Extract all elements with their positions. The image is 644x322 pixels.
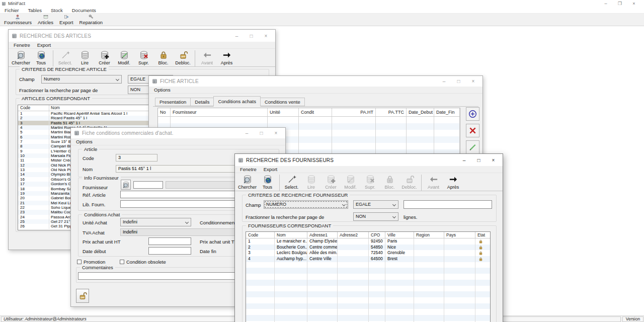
column-header[interactable]: No [158,108,171,116]
minimize-button[interactable]: – [599,1,613,6]
conditions-menubar: Options [71,138,285,145]
close-button[interactable]: × [269,130,283,136]
fiche-article-tabs: PresentationDetailsConditions achatsCond… [155,96,304,107]
supr-button[interactable]: Supr. [134,50,153,66]
reparation-button[interactable]: Reparation [76,14,106,25]
column-header[interactable]: Etat [475,232,491,238]
fournisseur-row[interactable]: 2Boucherie Con...Centre comme...54850Nic… [246,245,490,251]
articles-button[interactable]: Articles [35,14,56,25]
restore-button[interactable]: ❐ [613,1,627,6]
column-header[interactable]: Region [414,232,444,238]
fournisseurs-titlebar[interactable]: RECHERCHE DES FOURNISSEURS – □ × [235,154,503,166]
fournisseur-row[interactable]: 4Auchamp hyp...Centre Ville64500Brest [246,256,490,262]
tab-details[interactable]: Details [190,98,214,106]
add-row-button[interactable] [466,107,479,121]
empty-row [246,286,490,292]
export-button[interactable]: Export [56,14,76,25]
fournisseur-row[interactable]: 3Leclerc BoulgourAllée des mim...72540Gr… [246,250,490,256]
fiche-article-titlebar[interactable]: FICHE ARTICLE – □ × [149,76,482,87]
lire-button[interactable]: Lire [75,50,95,66]
fournisseur-row[interactable]: 1Le maraicher e...Champ Elysée...92450Pa… [246,238,490,245]
column-header[interactable]: Adresse1 [307,232,338,238]
champ-select[interactable]: Numero [41,75,122,84]
modif-button[interactable]: Modif. [114,50,134,66]
empty-row [246,315,490,321]
close-button[interactable]: × [486,157,501,163]
close-button[interactable]: × [466,78,480,84]
select-button[interactable]: Select. [282,174,301,190]
edit-row-button[interactable] [466,140,479,154]
minimize-button[interactable]: – [239,130,254,136]
toolbar-button-label: Select. [285,185,299,190]
minimize-button[interactable]: – [229,33,244,39]
tab-conditions-vente[interactable]: Conditions vente [260,98,305,106]
menu-item-export[interactable]: Export [34,42,54,48]
toolbar-button-label: Modif. [344,185,357,190]
chercher-button[interactable]: Chercher [11,50,31,66]
menu-item-fenetre[interactable]: Fenetre [236,167,260,172]
window-title: RECHERCHE DES FOURNISSEURS [246,157,334,163]
fraction-select[interactable]: NON [353,212,398,221]
maximize-button[interactable]: □ [471,157,486,163]
fournisseurs-button[interactable]: Fournisseurs [1,14,35,25]
tab-conditions-achats[interactable]: Conditions achats [213,96,261,107]
articles-titlebar[interactable]: RECHERCHE DES ARTICLES – □ × [9,30,275,42]
column-header[interactable]: Ville [385,232,414,238]
maximize-button[interactable]: □ [254,130,269,136]
conditions-titlebar[interactable]: Fiche conditions commerciales d'achat. –… [71,128,285,138]
tous-button[interactable]: Tous [258,174,277,190]
prix-ht-field[interactable] [148,237,191,245]
code-field[interactable]: 3 [116,154,157,162]
apres-button[interactable]: Après [443,174,463,190]
column-header[interactable]: Code [246,232,275,238]
menu-item-documents[interactable]: Documents [67,8,101,13]
unlock-button[interactable] [76,289,89,303]
minimize-button[interactable]: – [437,78,451,84]
chercher-button[interactable]: Chercher [237,174,258,190]
promotion-checkbox[interactable]: Promotion [77,259,105,265]
column-header[interactable]: Nom [275,232,307,238]
fournisseur-code-field[interactable] [133,181,163,189]
fournisseur-label: Fournisseur [83,185,108,190]
column-header[interactable]: Unité [268,108,299,116]
menu-item-options[interactable]: Options [150,87,174,93]
close-button[interactable]: × [627,1,641,6]
condition-obsolete-checkbox[interactable]: Condition obsolete [120,259,166,265]
menu-item-export[interactable]: Export [260,167,281,172]
tab-presentation[interactable]: Presentation [155,98,191,106]
menu-item-fenetre[interactable]: Fenetre [10,42,34,48]
creer-button[interactable]: Créer [95,50,114,66]
tous-button[interactable]: Tous [31,50,51,66]
fraction-label: Fractionner la recherche par page de [246,214,324,220]
minimize-button[interactable]: – [457,157,471,163]
delete-row-button[interactable] [466,124,479,137]
column-header[interactable]: Adresse2 [338,232,369,238]
column-header[interactable]: CPO [369,232,385,238]
db-icon [306,175,317,184]
bloc-button[interactable]: Bloc. [153,50,173,66]
champ-select[interactable]: NUMERO [264,200,348,209]
column-header[interactable]: Condit [299,108,332,116]
column-header[interactable]: Fournisseur [171,108,268,116]
debloc-button[interactable]: Debloc. [173,50,193,66]
column-header[interactable]: PA.TTC [376,108,407,116]
column-header[interactable]: Pays [444,232,475,238]
column-header[interactable]: Date_Debut [407,108,434,116]
column-header[interactable]: PA.HT [332,108,376,116]
column-header-code[interactable]: Code [18,105,49,111]
maximize-button[interactable]: □ [451,78,466,84]
fournisseur-search-button[interactable] [121,180,131,190]
date-debut-field[interactable] [148,247,191,255]
menu-item-tables[interactable]: Tables [24,8,46,13]
main-titlebar[interactable]: MiniFact – ❐ × [0,0,644,7]
search-value-input[interactable] [404,200,492,209]
maximize-button[interactable]: □ [244,33,259,39]
column-header[interactable]: Date_Fin [434,108,460,116]
close-button[interactable]: × [259,33,273,39]
menu-item-options[interactable]: Options [72,139,96,144]
menu-item-fichier[interactable]: Fichier [0,8,24,13]
menu-item-stock[interactable]: Stock [46,8,67,13]
apres-button[interactable]: Après [217,50,236,66]
operator-select[interactable]: EGALE [353,200,398,209]
unite-achat-select[interactable]: Indefini [120,218,191,226]
